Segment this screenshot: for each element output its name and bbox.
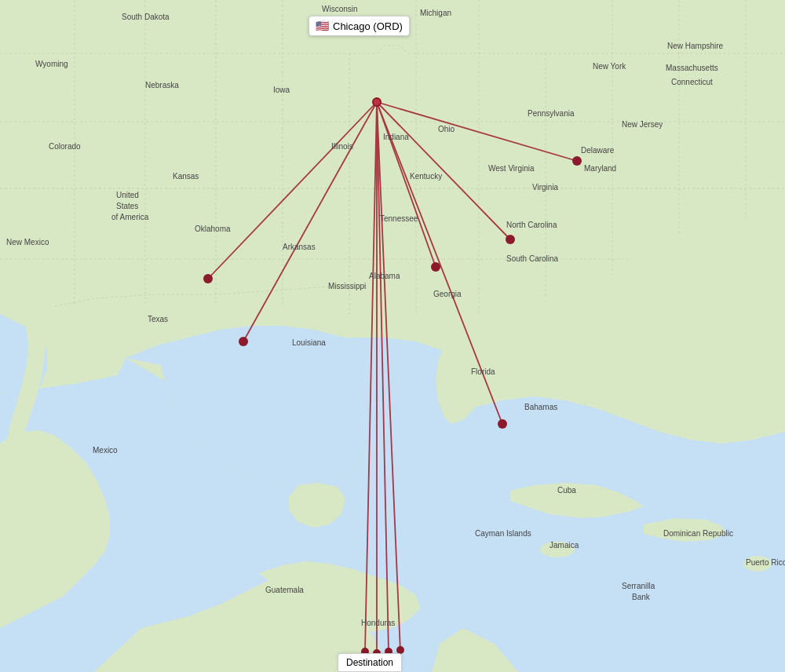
svg-text:Delaware: Delaware <box>581 146 615 155</box>
svg-text:Jamaica: Jamaica <box>550 541 579 550</box>
svg-text:Massachusetts: Massachusetts <box>666 64 718 72</box>
svg-point-19 <box>431 262 440 272</box>
us-flag-icon: 🇺🇸 <box>316 20 329 32</box>
map-container: South Dakota Wisconsin Michigan Wyoming … <box>0 0 785 672</box>
svg-text:Wyoming: Wyoming <box>35 60 68 68</box>
svg-text:South Carolina: South Carolina <box>506 254 559 263</box>
svg-text:Virginia: Virginia <box>532 183 559 192</box>
svg-text:Kentucky: Kentucky <box>410 172 442 181</box>
svg-text:Alabama: Alabama <box>369 272 400 280</box>
svg-text:Texas: Texas <box>148 315 168 323</box>
svg-text:Connecticut: Connecticut <box>671 78 713 86</box>
svg-point-21 <box>239 337 248 346</box>
svg-text:New York: New York <box>593 62 626 71</box>
svg-text:Pennsylvania: Pennsylvania <box>528 109 575 118</box>
svg-text:Cuba: Cuba <box>557 486 576 495</box>
svg-text:Ohio: Ohio <box>438 125 455 133</box>
svg-text:Louisiana: Louisiana <box>292 338 326 347</box>
svg-text:States: States <box>116 202 138 210</box>
svg-text:Michigan: Michigan <box>420 9 451 17</box>
svg-text:Illinois: Illinois <box>331 142 353 151</box>
svg-text:Honduras: Honduras <box>361 619 395 627</box>
svg-text:Arkansas: Arkansas <box>283 243 316 251</box>
svg-text:Kansas: Kansas <box>173 172 199 181</box>
svg-text:Serranilla: Serranilla <box>622 582 655 590</box>
svg-text:New Mexico: New Mexico <box>6 238 49 247</box>
svg-point-22 <box>498 419 507 429</box>
destination-label-text: Destination <box>346 657 393 668</box>
svg-text:Tennessee: Tennessee <box>380 214 418 223</box>
destination-bottom-label: Destination <box>338 653 402 672</box>
svg-text:Bahamas: Bahamas <box>524 403 557 411</box>
svg-point-17 <box>572 156 582 166</box>
svg-text:Dominican Republic: Dominican Republic <box>663 529 733 538</box>
svg-text:Maryland: Maryland <box>584 164 616 173</box>
svg-text:Bank: Bank <box>632 593 651 601</box>
svg-text:of America: of America <box>111 213 149 221</box>
svg-text:West Virginia: West Virginia <box>488 164 535 173</box>
svg-text:New Hampshire: New Hampshire <box>667 42 724 50</box>
svg-point-20 <box>203 274 213 283</box>
svg-point-18 <box>506 235 515 244</box>
svg-text:Iowa: Iowa <box>273 86 290 94</box>
svg-text:Colorado: Colorado <box>49 142 81 151</box>
svg-point-16 <box>374 99 380 105</box>
svg-text:Nebraska: Nebraska <box>145 81 179 89</box>
svg-text:Mexico: Mexico <box>93 446 118 455</box>
svg-text:South Dakota: South Dakota <box>122 13 170 21</box>
svg-text:United: United <box>116 191 139 199</box>
svg-text:Oklahoma: Oklahoma <box>195 225 231 233</box>
svg-text:Indiana: Indiana <box>383 133 409 141</box>
svg-text:Mississippi: Mississippi <box>328 282 366 290</box>
svg-text:North Carolina: North Carolina <box>506 221 557 229</box>
svg-text:New Jersey: New Jersey <box>622 120 663 129</box>
svg-text:Cayman Islands: Cayman Islands <box>475 529 531 538</box>
svg-text:Puerto Rico: Puerto Rico <box>746 558 785 567</box>
chicago-airport-label: 🇺🇸 Chicago (ORD) <box>309 16 410 36</box>
svg-text:Wisconsin: Wisconsin <box>322 5 358 13</box>
svg-text:Georgia: Georgia <box>433 290 462 298</box>
chicago-airport-name: Chicago (ORD) <box>333 20 403 32</box>
svg-text:Florida: Florida <box>471 367 495 376</box>
map-svg: South Dakota Wisconsin Michigan Wyoming … <box>0 0 785 672</box>
svg-text:Guatemala: Guatemala <box>265 586 304 594</box>
